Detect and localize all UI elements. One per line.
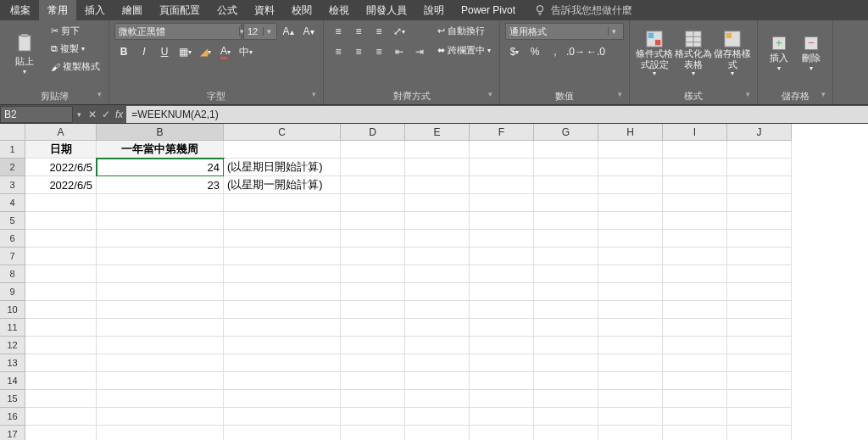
cell-J12[interactable]	[727, 337, 792, 354]
number-format-input[interactable]	[506, 26, 608, 36]
cell-I11[interactable]	[663, 319, 727, 337]
cell-F7[interactable]	[470, 248, 534, 265]
cell-C2[interactable]: (以星期日開始計算)	[224, 159, 341, 176]
cell-H12[interactable]	[598, 337, 663, 354]
cell-G7[interactable]	[534, 248, 598, 265]
cell-G9[interactable]	[534, 283, 598, 301]
cell-F3[interactable]	[470, 176, 534, 194]
cell-H16[interactable]	[598, 408, 663, 426]
cell-I8[interactable]	[663, 265, 727, 283]
cell-E1[interactable]	[405, 141, 470, 159]
align-middle-button[interactable]: ≡	[349, 23, 368, 40]
cell-styles-button[interactable]: 儲存格樣式▾	[713, 23, 752, 84]
cell-B5[interactable]	[97, 212, 224, 230]
phonetic-button[interactable]: 中▾	[236, 43, 255, 60]
cell-B8[interactable]	[97, 265, 224, 283]
cell-A9[interactable]	[25, 283, 97, 301]
cell-I10[interactable]	[663, 301, 727, 319]
cell-H13[interactable]	[598, 354, 663, 372]
bold-button[interactable]: B	[114, 43, 133, 60]
cell-B12[interactable]	[97, 337, 224, 354]
cell-A15[interactable]	[25, 390, 97, 408]
font-size-input[interactable]	[244, 26, 263, 36]
cell-E10[interactable]	[405, 301, 470, 319]
cell-B14[interactable]	[97, 372, 224, 390]
tab-view[interactable]: 檢視	[320, 0, 358, 21]
cell-J11[interactable]	[727, 319, 792, 337]
cell-E13[interactable]	[405, 354, 470, 372]
cell-C1[interactable]	[224, 141, 341, 159]
column-header-J[interactable]: J	[727, 124, 792, 141]
cell-I13[interactable]	[663, 354, 727, 372]
format-table-button[interactable]: 格式化為表格▾	[674, 23, 713, 84]
decrease-indent-button[interactable]: ⇤	[390, 43, 409, 60]
cell-E3[interactable]	[405, 176, 470, 194]
cell-A4[interactable]	[25, 194, 97, 212]
cell-G16[interactable]	[534, 408, 598, 426]
paste-button[interactable]: 貼上 ▾	[5, 23, 44, 84]
cell-B9[interactable]	[97, 283, 224, 301]
cell-H5[interactable]	[598, 212, 663, 230]
chevron-down-icon[interactable]: ▾	[608, 27, 620, 36]
row-header-5[interactable]: 5	[0, 212, 25, 230]
row-header-10[interactable]: 10	[0, 301, 25, 319]
font-name-dropdown[interactable]: ▾	[114, 23, 242, 40]
select-all-corner[interactable]	[0, 124, 25, 141]
cell-F2[interactable]	[470, 159, 534, 176]
orientation-button[interactable]: ⤢▾	[390, 23, 409, 40]
cell-H15[interactable]	[598, 390, 663, 408]
increase-font-button[interactable]: A▴	[279, 23, 298, 40]
align-bottom-button[interactable]: ≡	[370, 23, 388, 40]
cell-D4[interactable]	[341, 194, 405, 212]
cell-C3[interactable]: (以星期一開始計算)	[224, 176, 341, 194]
column-header-F[interactable]: F	[470, 124, 534, 141]
cell-I6[interactable]	[663, 230, 727, 248]
cell-C10[interactable]	[224, 301, 341, 319]
cell-I2[interactable]	[663, 159, 727, 176]
cell-H9[interactable]	[598, 283, 663, 301]
decrease-font-button[interactable]: A▾	[299, 23, 318, 40]
conditional-format-button[interactable]: 條件式格式設定▾	[635, 23, 674, 84]
cell-J3[interactable]	[727, 176, 792, 194]
cell-F4[interactable]	[470, 194, 534, 212]
cell-D3[interactable]	[341, 176, 405, 194]
cell-D9[interactable]	[341, 283, 405, 301]
row-header-6[interactable]: 6	[0, 230, 25, 248]
chevron-down-icon[interactable]: ▾	[263, 27, 275, 36]
cell-F6[interactable]	[470, 230, 534, 248]
tab-power-pivot[interactable]: Power Pivot	[453, 1, 524, 19]
cell-G15[interactable]	[534, 390, 598, 408]
cell-F8[interactable]	[470, 265, 534, 283]
cell-J16[interactable]	[727, 408, 792, 426]
row-header-2[interactable]: 2	[0, 159, 25, 176]
cell-B3[interactable]: 23	[97, 176, 224, 194]
cell-D5[interactable]	[341, 212, 405, 230]
cell-C5[interactable]	[224, 212, 341, 230]
cell-C7[interactable]	[224, 248, 341, 265]
cell-F9[interactable]	[470, 283, 534, 301]
cell-H1[interactable]	[598, 141, 663, 159]
cell-F15[interactable]	[470, 390, 534, 408]
cancel-formula-button[interactable]: ✕	[88, 109, 97, 120]
cell-G13[interactable]	[534, 354, 598, 372]
cell-G2[interactable]	[534, 159, 598, 176]
merge-center-button[interactable]: ⬌跨欄置中▾	[434, 42, 494, 58]
cell-E16[interactable]	[405, 408, 470, 426]
cell-C8[interactable]	[224, 265, 341, 283]
cell-D14[interactable]	[341, 372, 405, 390]
align-center-button[interactable]: ≡	[349, 43, 368, 60]
cell-E12[interactable]	[405, 337, 470, 354]
cell-H6[interactable]	[598, 230, 663, 248]
name-box[interactable]: B2	[0, 106, 73, 123]
cell-E17[interactable]	[405, 426, 470, 440]
copy-button[interactable]: ⧉複製▾	[47, 41, 103, 57]
wrap-text-button[interactable]: ↩自動換行	[434, 23, 494, 39]
cell-D15[interactable]	[341, 390, 405, 408]
cell-C14[interactable]	[224, 372, 341, 390]
row-header-17[interactable]: 17	[0, 426, 25, 440]
cell-E2[interactable]	[405, 159, 470, 176]
cell-C6[interactable]	[224, 230, 341, 248]
cell-F14[interactable]	[470, 372, 534, 390]
tab-home[interactable]: 常用	[39, 0, 76, 21]
cell-A17[interactable]	[25, 426, 97, 440]
